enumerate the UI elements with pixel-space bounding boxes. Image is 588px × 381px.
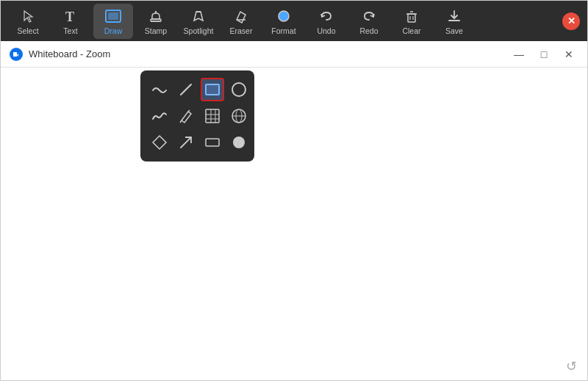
spotlight-icon: [190, 7, 207, 25]
svg-line-18: [180, 120, 182, 123]
rect-filled-tool[interactable]: [201, 131, 224, 154]
draw-panel: [140, 70, 254, 162]
canvas-area[interactable]: ↺: [1, 68, 587, 380]
undo-icon: [318, 7, 335, 25]
circle-filled-tool[interactable]: [227, 131, 251, 154]
close-button[interactable]: ✕: [559, 45, 578, 64]
svg-rect-2: [108, 12, 118, 20]
svg-marker-28: [153, 136, 166, 149]
diamond-tool[interactable]: [148, 131, 171, 154]
eraser-icon: [232, 7, 250, 25]
svg-rect-30: [206, 139, 219, 146]
toolbar-close-button[interactable]: ✕: [562, 12, 580, 30]
redo-icon: [360, 7, 378, 25]
window-title: Whiteboard - Zoom: [29, 48, 110, 59]
text-tool[interactable]: T Text: [51, 4, 90, 39]
draw-icon: [104, 7, 122, 25]
pen-tool[interactable]: [174, 104, 198, 128]
title-bar-left: Whiteboard - Zoom: [10, 48, 509, 61]
svg-line-15: [181, 84, 191, 95]
format-icon: [275, 7, 293, 25]
redo-tool[interactable]: Redo: [349, 4, 389, 39]
undo-tool[interactable]: Undo: [306, 4, 346, 39]
app-window: Select T Text Draw: [0, 0, 588, 381]
svg-point-17: [232, 83, 245, 96]
wave-tool[interactable]: [148, 104, 171, 128]
zoom-logo: [10, 48, 23, 61]
diagonal-line-tool[interactable]: [174, 78, 198, 101]
svg-rect-20: [206, 109, 219, 123]
eraser-tool[interactable]: Eraser: [221, 4, 261, 39]
squiggle-tool[interactable]: [148, 78, 171, 101]
save-icon: [445, 7, 463, 25]
stamp-icon: [147, 7, 165, 25]
svg-line-19: [188, 110, 190, 112]
svg-point-31: [233, 137, 245, 148]
refresh-icon[interactable]: ↺: [566, 358, 577, 374]
svg-rect-16: [206, 84, 219, 95]
stamp-tool[interactable]: Stamp: [136, 4, 176, 39]
grid-tool[interactable]: [201, 104, 224, 128]
svg-line-29: [181, 137, 191, 148]
clear-tool[interactable]: Clear: [392, 4, 431, 39]
svg-rect-9: [408, 14, 415, 22]
toolbar: Select T Text Draw: [1, 1, 587, 41]
window-controls: — □ ✕: [509, 45, 578, 64]
svg-point-8: [279, 11, 289, 21]
format-tool[interactable]: Format: [264, 4, 304, 39]
spotlight-tool[interactable]: Spotlight: [179, 4, 218, 39]
save-tool[interactable]: Save: [434, 4, 474, 39]
clear-icon: [403, 7, 420, 25]
select-tool[interactable]: Select: [8, 4, 48, 39]
svg-text:T: T: [65, 10, 74, 23]
ellipse-tool[interactable]: [227, 78, 251, 101]
maximize-button[interactable]: □: [534, 45, 553, 64]
rectangle-tool[interactable]: [201, 78, 224, 101]
minimize-button[interactable]: —: [509, 45, 528, 64]
title-bar: Whiteboard - Zoom — □ ✕: [1, 41, 587, 68]
draw-tool[interactable]: Draw: [93, 4, 133, 39]
text-icon: T: [62, 7, 79, 25]
select-icon: [19, 7, 37, 25]
globe-tool[interactable]: [227, 104, 251, 128]
arrow-tool[interactable]: [174, 131, 198, 154]
